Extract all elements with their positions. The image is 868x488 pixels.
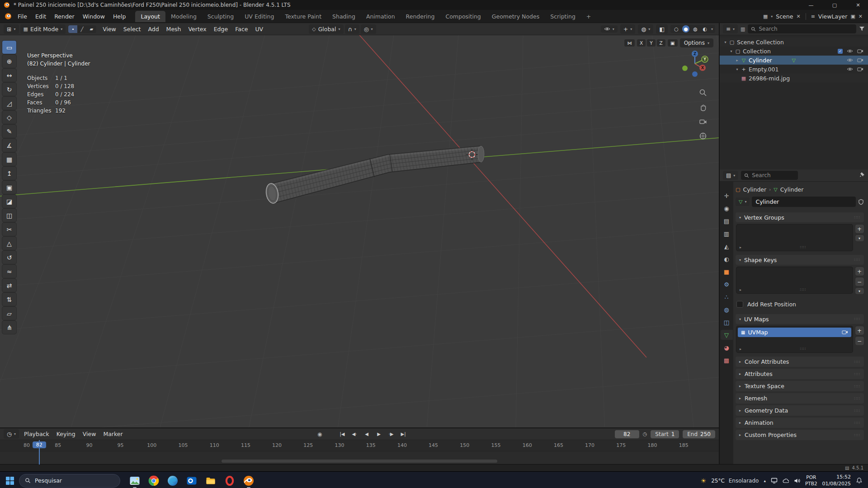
tool-button[interactable]: ⇅ <box>2 293 16 306</box>
properties-tab[interactable]: ◕ <box>721 343 733 352</box>
outliner-row[interactable]: ▾ ▢ Scene Collection ✓ <box>720 38 868 47</box>
filter-icon[interactable] <box>859 26 865 32</box>
overlays-dropdown[interactable]: ◍▾ <box>638 24 653 34</box>
tool-button[interactable]: ↔ <box>2 69 16 82</box>
snap-toggle[interactable]: ∩▾ <box>345 24 359 34</box>
display-tray-icon[interactable] <box>771 478 778 483</box>
opera-icon[interactable] <box>223 472 236 488</box>
hidden-icons-chevron-icon[interactable]: ▴ <box>764 479 766 483</box>
tool-button[interactable]: ⋔ <box>2 321 16 334</box>
viewport-menu-item[interactable]: Add <box>144 24 162 34</box>
menu-item[interactable]: Edit <box>31 12 50 21</box>
mirror-axis-button[interactable]: Y <box>647 39 655 47</box>
add-rest-position-checkbox[interactable] <box>736 301 743 308</box>
vertex-group-specials-button[interactable]: ▾ <box>855 235 864 241</box>
add-viewlayer-icon[interactable]: ▣ <box>850 14 855 19</box>
tool-button[interactable]: ↻ <box>2 83 16 96</box>
properties-tab[interactable]: ⚙ <box>721 279 733 289</box>
breadcrumb-object[interactable]: Cylinder <box>743 186 766 193</box>
expand-chevron-icon[interactable]: ▾ <box>728 49 734 53</box>
add-shape-key-button[interactable]: + <box>855 267 864 276</box>
workspace-tab[interactable]: + <box>581 11 596 22</box>
disable-in-renders-toggle[interactable] <box>857 66 863 73</box>
remove-shape-key-button[interactable]: − <box>855 277 864 286</box>
viewport-menu-item[interactable]: Select <box>120 24 145 34</box>
file-explorer-icon[interactable] <box>204 472 217 488</box>
mode-dropdown[interactable]: ▦ Edit Mode ▾ <box>20 24 66 34</box>
properties-section-header[interactable]: ▸ Animation ∷∷ <box>736 418 864 428</box>
photos-app-icon[interactable] <box>128 472 141 488</box>
tool-button[interactable]: ◪ <box>2 195 16 208</box>
tool-button[interactable]: ▣ <box>2 181 16 194</box>
viewport-menu-item[interactable]: View <box>99 24 120 34</box>
properties-editor-type-button[interactable]: ▤▾ <box>723 171 738 180</box>
shape-key-specials-button[interactable]: ▾ <box>855 288 864 294</box>
tool-button[interactable]: ⇄ <box>2 279 16 292</box>
taskbar-search-input[interactable]: Pesquisar <box>19 474 120 488</box>
orthographic-toggle-icon[interactable] <box>699 132 707 140</box>
shape-keys-panel-header[interactable]: ▾ Shape Keys ∷∷ <box>736 255 864 265</box>
outliner-row[interactable]: ▾ ▢ Collection ✓ <box>720 47 868 56</box>
minimize-button[interactable]: — <box>801 0 821 10</box>
timeline-menu-item[interactable]: View <box>79 429 100 439</box>
properties-tab[interactable]: ▽ <box>721 330 733 340</box>
outliner-editor-type-button[interactable]: ≡▾ <box>723 24 738 33</box>
timeline-menu-item[interactable]: Marker <box>99 429 126 439</box>
menu-item[interactable]: Window <box>79 12 109 21</box>
uv-maps-panel-header[interactable]: ▾ UV Maps ∷∷ <box>736 314 864 324</box>
volume-icon[interactable] <box>794 478 800 483</box>
tool-button[interactable]: ◇ <box>2 111 16 124</box>
menu-item[interactable]: Help <box>109 12 130 21</box>
tool-button[interactable]: ◿ <box>2 97 16 110</box>
snap-symmetry-icon[interactable]: ▣ <box>668 39 678 47</box>
edge-icon[interactable] <box>166 472 179 488</box>
properties-tab[interactable]: ▤ <box>721 216 733 226</box>
zoom-icon[interactable] <box>699 89 707 97</box>
editor-type-button[interactable]: ⊞▾ <box>4 24 19 34</box>
properties-search-input[interactable]: Search <box>741 171 798 180</box>
hide-in-viewport-toggle[interactable] <box>847 66 853 73</box>
select-mode-button[interactable]: ∙ <box>68 25 77 33</box>
add-vertex-group-button[interactable]: + <box>855 225 864 233</box>
tool-button[interactable]: ≈ <box>2 265 16 278</box>
tool-button[interactable]: ◫ <box>2 209 16 222</box>
visibility-dropdown[interactable]: ▾ <box>601 25 618 33</box>
tool-button[interactable]: ▱ <box>2 307 16 320</box>
workspace-tab[interactable]: UV Editing <box>239 11 279 22</box>
properties-tab[interactable]: ▥ <box>721 229 733 239</box>
vertex-groups-panel-header[interactable]: ▾ Vertex Groups ∷∷ <box>736 212 864 222</box>
uv-maps-list[interactable]: ▦ UVMap ▸ ∷∷ <box>736 326 853 352</box>
workspace-tab[interactable]: Animation <box>361 11 401 22</box>
navigation-gizmo[interactable]: Z Y X <box>681 50 709 78</box>
cloud-tray-icon[interactable] <box>783 478 789 483</box>
menu-item[interactable]: File <box>14 12 31 21</box>
properties-tab[interactable]: ◐ <box>721 254 733 264</box>
mirror-axis-button[interactable]: Z <box>657 39 665 47</box>
properties-section-header[interactable]: ▸ Custom Properties ∷∷ <box>736 430 864 440</box>
scene-browse-chevron-icon[interactable]: ▾ <box>771 14 773 19</box>
blender-taskbar-icon[interactable] <box>242 472 255 488</box>
tool-button[interactable]: ∡ <box>2 139 16 152</box>
start-frame-field[interactable]: Start1 <box>651 430 679 438</box>
notification-bell-icon[interactable] <box>856 477 863 484</box>
outliner-row[interactable]: ▦ 26986-mid.jpg ✓ <box>720 74 868 83</box>
viewport-menu-item[interactable]: Edge <box>210 24 231 34</box>
tool-button[interactable]: △ <box>2 237 16 250</box>
properties-tab[interactable]: ◭ <box>721 241 733 251</box>
transport-button[interactable]: ◀· <box>349 431 360 437</box>
list-filter-chevron-icon[interactable]: ▸ <box>740 288 741 292</box>
cylinder-mesh-object[interactable] <box>265 146 484 204</box>
outliner-row[interactable]: ▸ ▽ Cylinder ▽ ✓ <box>720 56 868 65</box>
timeline-scrollbar[interactable] <box>222 460 497 463</box>
mirror-icon[interactable]: ⋈ <box>624 39 635 47</box>
shading-mode-button[interactable]: ○ <box>673 25 680 33</box>
disable-in-renders-toggle[interactable] <box>857 57 863 64</box>
expand-chevron-icon[interactable]: ▾ <box>734 67 740 71</box>
close-button[interactable]: ✕ <box>848 0 868 10</box>
list-resize-grip-icon[interactable]: ∷∷ <box>800 287 806 292</box>
uv-map-item[interactable]: ▦ UVMap <box>738 328 851 337</box>
collection-checkbox[interactable]: ✓ <box>838 49 843 54</box>
outlook-icon[interactable] <box>185 472 198 488</box>
remove-uv-map-button[interactable]: − <box>855 337 864 345</box>
properties-tab[interactable]: ■ <box>721 267 733 277</box>
